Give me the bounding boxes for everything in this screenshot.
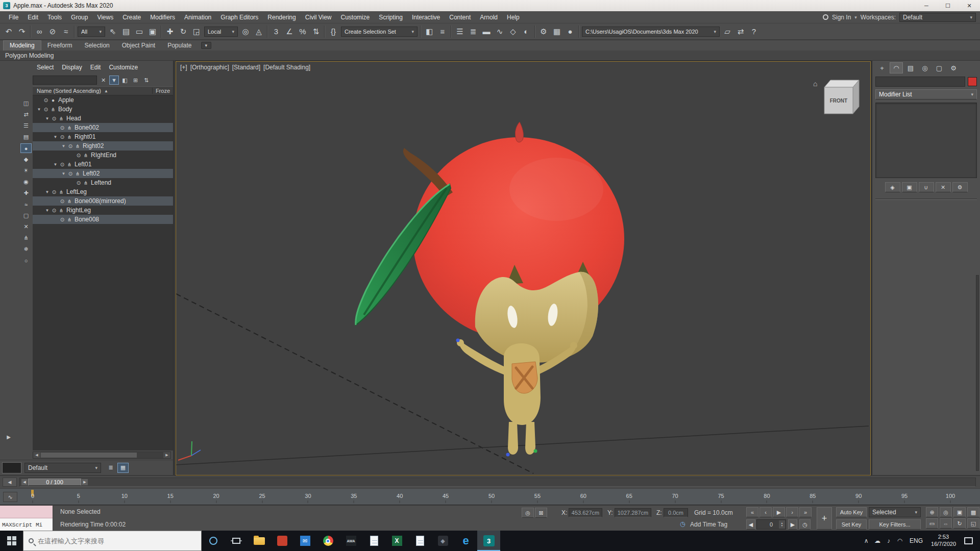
network-icon[interactable]: ◠ bbox=[894, 537, 905, 544]
select-and-scale-icon[interactable]: ◲ bbox=[190, 25, 203, 38]
display-geometry-icon[interactable]: ● bbox=[20, 143, 32, 153]
frame-tick-40[interactable]: 40 bbox=[397, 493, 403, 499]
toggle-scene-explorer-icon[interactable]: ☰ bbox=[453, 25, 467, 38]
scroll-right-icon[interactable]: ▶ bbox=[163, 452, 170, 458]
menu-arnold[interactable]: Arnold bbox=[475, 14, 502, 21]
viewport-pov-menu[interactable]: [Orthographic] bbox=[190, 64, 229, 71]
modify-tab[interactable]: ◠ bbox=[890, 62, 903, 73]
menu-scripting[interactable]: Scripting bbox=[374, 14, 407, 21]
start-button[interactable] bbox=[0, 531, 23, 551]
x-coord-field[interactable]: 453.627cm bbox=[569, 508, 602, 517]
menu-rendering[interactable]: Rendering bbox=[263, 14, 300, 21]
display-hierarchy-icon[interactable]: ☰ bbox=[20, 121, 32, 131]
explorer-expand-button[interactable]: ▶ bbox=[4, 432, 13, 441]
go-to-end-button[interactable]: » bbox=[799, 507, 812, 517]
taskbar-search[interactable] bbox=[23, 531, 202, 551]
viewport[interactable]: ⌂ FRONT [+][Orthographic][Standard][Defa… bbox=[176, 61, 871, 475]
frame-tick-15[interactable]: 15 bbox=[167, 493, 174, 499]
mini-curve-editor-button[interactable]: ∿ bbox=[3, 492, 17, 502]
display-cameras-icon[interactable]: ◉ bbox=[20, 177, 32, 187]
menu-file[interactable]: File bbox=[4, 14, 23, 21]
mini-track-toggle-icon[interactable]: ◀ bbox=[3, 478, 17, 487]
frame-tick-0[interactable]: 0 bbox=[31, 493, 34, 499]
snaps-toggle-icon[interactable]: 3 bbox=[270, 25, 283, 38]
zoom-icon[interactable]: ⊕ bbox=[926, 507, 938, 517]
zoom-all-icon[interactable]: ◎ bbox=[940, 507, 952, 517]
chrome-icon[interactable] bbox=[316, 531, 339, 551]
angle-snap-icon[interactable]: ∠ bbox=[283, 25, 296, 38]
photos-app-icon[interactable] bbox=[271, 531, 293, 551]
project-folder-dropdown[interactable]: C:\Users\UsagiOS\Documents\3ds Max 2020▾ bbox=[582, 27, 720, 37]
frame-tick-20[interactable]: 20 bbox=[213, 493, 219, 499]
frame-tick-50[interactable]: 50 bbox=[488, 493, 495, 499]
menu-graph-editors[interactable]: Graph Editors bbox=[216, 14, 263, 21]
redo-icon[interactable]: ↷ bbox=[15, 25, 29, 38]
display-groups-icon[interactable]: ▢ bbox=[20, 211, 32, 220]
bind-to-space-warp-icon[interactable]: ≈ bbox=[59, 25, 72, 38]
display-tab[interactable]: ▢ bbox=[933, 62, 946, 73]
material-editor-icon[interactable]: ◐ bbox=[520, 25, 533, 38]
taskbar-clock[interactable]: 2:53 16/7/2020 bbox=[927, 534, 960, 548]
expand-arrow-icon[interactable]: ▼ bbox=[52, 135, 59, 139]
visibility-icon[interactable]: ⊙ bbox=[51, 208, 58, 213]
maxscript-listener-line[interactable]: MAXScript Mi bbox=[0, 518, 53, 531]
ribbon-more-icon[interactable]: ▾ bbox=[201, 42, 212, 49]
display-helpers-icon[interactable]: ✚ bbox=[20, 188, 32, 198]
zoom-extents-icon[interactable]: ▣ bbox=[953, 507, 966, 517]
auto-key-button[interactable]: Auto Key bbox=[836, 507, 867, 517]
display-lights-icon[interactable]: ☀ bbox=[20, 166, 32, 176]
tree-row-rightleg[interactable]: ▼⊙⋔RightLeg bbox=[33, 206, 173, 215]
notepad-icon[interactable] bbox=[362, 531, 385, 551]
create-tab[interactable]: + bbox=[875, 62, 889, 73]
current-frame-label[interactable]: 0 / 100 bbox=[28, 479, 81, 486]
file-explorer-icon[interactable] bbox=[248, 531, 271, 551]
tree-row-bone008-mirrored[interactable]: ⊙⋔Bone008(mirrored) bbox=[33, 196, 173, 206]
use-pivot-point-icon[interactable]: ◎ bbox=[239, 25, 252, 38]
expand-arrow-icon[interactable]: ▼ bbox=[44, 208, 51, 213]
set-key-button[interactable]: Set Key bbox=[836, 519, 867, 530]
current-frame-field[interactable]: 0 ▲▼ bbox=[756, 519, 786, 530]
ribbon-tab-modeling[interactable]: Modeling bbox=[3, 40, 41, 51]
default-preset-dropdown[interactable]: Default ▾ bbox=[24, 463, 101, 473]
frame-tick-60[interactable]: 60 bbox=[580, 493, 586, 499]
select-object-icon[interactable]: ⇖ bbox=[106, 25, 119, 38]
tree-row-body[interactable]: ▼⊙⋔Body bbox=[33, 105, 173, 114]
render-production-icon[interactable]: ● bbox=[564, 25, 577, 38]
display-hidden-icon[interactable]: ○ bbox=[20, 256, 32, 265]
next-frame-button[interactable]: › bbox=[786, 507, 798, 517]
frame-tick-45[interactable]: 45 bbox=[443, 493, 449, 499]
pick-parent-icon[interactable]: ⊞ bbox=[131, 76, 140, 85]
menu-modifiers[interactable]: Modifiers bbox=[145, 14, 180, 21]
word-document-icon[interactable] bbox=[408, 531, 431, 551]
frame-tick-35[interactable]: 35 bbox=[351, 493, 357, 499]
name-column-header[interactable]: Name (Sorted Ascending) bbox=[37, 88, 101, 94]
clear-search-icon[interactable]: ✕ bbox=[99, 76, 108, 85]
modifier-list-dropdown[interactable]: Modifier List ▾ bbox=[875, 89, 977, 99]
zoom-region-icon[interactable]: ▭ bbox=[926, 518, 938, 529]
frame-tick-10[interactable]: 10 bbox=[121, 493, 128, 499]
select-and-move-icon[interactable]: ✚ bbox=[163, 25, 177, 38]
asset-tracking-icon[interactable]: ▱ bbox=[721, 25, 734, 38]
reference-coordinate-dropdown[interactable]: Local▾ bbox=[204, 27, 238, 37]
mail-icon[interactable]: ✉ bbox=[293, 531, 316, 551]
menu-help[interactable]: Help bbox=[502, 14, 524, 21]
tree-row-bone002[interactable]: ⊙⋔Bone002 bbox=[33, 123, 173, 132]
modifier-stack[interactable] bbox=[875, 103, 977, 178]
display-frozen-icon[interactable]: ❄ bbox=[20, 244, 32, 254]
viewport-general-menu[interactable]: [+] bbox=[180, 64, 187, 71]
percent-snap-icon[interactable]: % bbox=[296, 25, 309, 38]
frame-spinner[interactable]: ▲▼ bbox=[779, 520, 785, 529]
visibility-icon[interactable]: ⊙ bbox=[59, 217, 66, 222]
minimize-button[interactable]: ─ bbox=[916, 0, 937, 11]
edge-icon[interactable]: e bbox=[454, 531, 477, 551]
sync-selection-icon[interactable]: ⇅ bbox=[141, 76, 151, 85]
material-swatch[interactable] bbox=[2, 462, 21, 473]
previous-key-button[interactable]: ◀ bbox=[746, 519, 755, 530]
rendered-frame-window-icon[interactable]: ▦ bbox=[550, 25, 564, 38]
visibility-icon[interactable]: ⊙ bbox=[75, 180, 82, 186]
explorer-menu-edit[interactable]: Edit bbox=[86, 64, 105, 71]
next-key-button[interactable]: ▶ bbox=[788, 519, 797, 530]
frame-tick-25[interactable]: 25 bbox=[259, 493, 265, 499]
apple-character-model[interactable] bbox=[356, 122, 624, 457]
selection-lock-toggle-icon[interactable]: ⊠ bbox=[535, 508, 547, 518]
